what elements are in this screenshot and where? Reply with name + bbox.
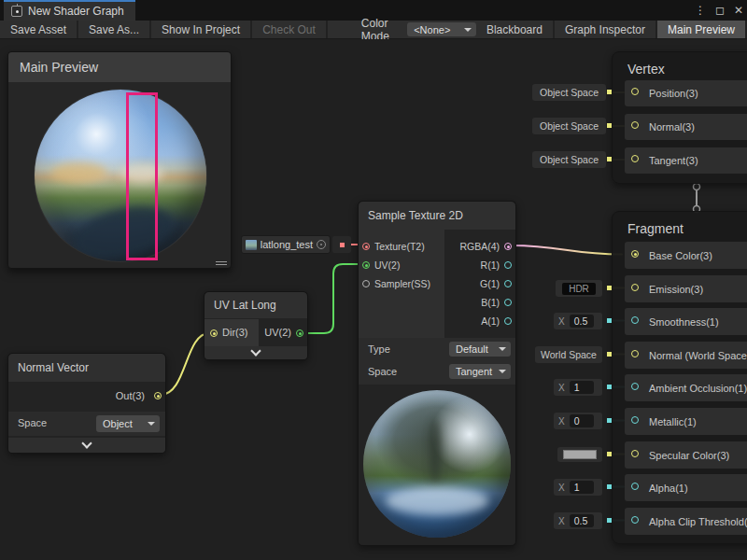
fragment-row-alpha[interactable]: Alpha(1) bbox=[625, 474, 747, 501]
main-preview-header[interactable]: Main Preview bbox=[8, 52, 231, 82]
uv-lat-long-title: UV Lat Long bbox=[204, 292, 307, 318]
main-preview-title: Main Preview bbox=[20, 60, 98, 75]
normal-port[interactable] bbox=[631, 121, 639, 129]
resize-handle[interactable] bbox=[216, 261, 227, 265]
reflection-houses bbox=[51, 162, 107, 183]
property-output-connector[interactable] bbox=[332, 236, 351, 253]
fragment-row-specular-color[interactable]: Specular Color(3) bbox=[625, 441, 747, 469]
space-label: Space bbox=[18, 417, 47, 428]
output-g[interactable]: G(1) bbox=[443, 274, 515, 293]
sampler-input-port[interactable] bbox=[362, 280, 370, 287]
specular-color-port[interactable] bbox=[631, 450, 639, 457]
output-a[interactable]: A(1) bbox=[443, 312, 515, 330]
main-preview-body bbox=[8, 82, 231, 268]
uv-output-slot[interactable]: UV(2) bbox=[257, 319, 307, 347]
sample-texture-2d-node[interactable]: Sample Texture 2D Texture(T2) UV(2) Samp… bbox=[358, 201, 516, 546]
normal-ws-port[interactable] bbox=[631, 350, 639, 357]
connector-dot bbox=[607, 385, 612, 389]
preview-sphere bbox=[35, 90, 206, 261]
emission-hdr-field[interactable]: HDR bbox=[556, 280, 602, 297]
out-label: Out(3) bbox=[116, 382, 145, 410]
metallic-value-field[interactable]: X 0 bbox=[554, 413, 602, 429]
output-rgba[interactable]: RGBA(4) bbox=[443, 237, 515, 256]
uv-output-port[interactable] bbox=[296, 329, 303, 337]
base-color-port[interactable] bbox=[631, 250, 639, 258]
tangent-space-dropdown[interactable]: Object Space bbox=[532, 151, 606, 168]
connector-dot bbox=[607, 157, 612, 161]
metallic-port[interactable] bbox=[631, 416, 639, 424]
alpha-value-field[interactable]: X 1 bbox=[554, 479, 602, 496]
uv-lat-long-node[interactable]: UV Lat Long Dir(3) UV(2) bbox=[204, 291, 308, 360]
vertex-node[interactable]: Vertex Position(3) Normal(3) Tangent(3) bbox=[612, 51, 747, 184]
collapse-chevron[interactable] bbox=[8, 438, 165, 453]
fragment-row-base-color[interactable]: Base Color(3) bbox=[625, 242, 747, 269]
vertex-row-position[interactable]: Position(3) bbox=[625, 80, 747, 106]
b-output-port[interactable] bbox=[504, 299, 512, 306]
sample-texture-inputs: Texture(T2) UV(2) Sampler(SS) bbox=[359, 230, 444, 338]
space-dropdown-normal-vector[interactable]: Object bbox=[96, 415, 160, 432]
connector-dot bbox=[607, 418, 612, 423]
connector-dot bbox=[607, 452, 612, 456]
uv-input-port[interactable] bbox=[362, 261, 370, 269]
dir-input-slot[interactable]: Dir(3) bbox=[204, 319, 259, 347]
fragment-row-smoothness[interactable]: Smoothness(1) bbox=[625, 308, 747, 335]
fragment-row-emission[interactable]: Emission(3) bbox=[625, 275, 747, 302]
main-preview-window[interactable]: Main Preview bbox=[7, 51, 232, 269]
fragment-node[interactable]: Fragment Base Color(3) Emission(3) Smoot… bbox=[612, 211, 747, 544]
g-output-port[interactable] bbox=[504, 280, 512, 287]
property-node-latlong-test[interactable]: latlong_test bbox=[241, 235, 331, 254]
out-port[interactable] bbox=[154, 392, 162, 399]
fragment-row-metallic[interactable]: Metallic(1) bbox=[625, 408, 747, 435]
texture-input-port[interactable] bbox=[362, 243, 370, 250]
a-output-port[interactable] bbox=[504, 317, 512, 325]
position-space-dropdown[interactable]: Object Space bbox=[532, 84, 606, 101]
chevron-down-icon bbox=[81, 438, 92, 448]
connector-dot bbox=[607, 484, 612, 489]
specular-color-swatch[interactable] bbox=[557, 447, 602, 462]
r-output-port[interactable] bbox=[504, 261, 512, 269]
position-port[interactable] bbox=[631, 88, 639, 95]
connector-dot bbox=[607, 518, 612, 523]
input-uv[interactable]: UV(2) bbox=[359, 256, 444, 274]
connector-dot bbox=[607, 318, 612, 323]
connector-dot bbox=[607, 352, 612, 357]
ambient-occlusion-value-field[interactable]: X 1 bbox=[554, 379, 602, 396]
space-row: Space Object bbox=[8, 412, 165, 436]
color-swatch[interactable] bbox=[563, 450, 597, 459]
input-sampler[interactable]: Sampler(SS) bbox=[359, 274, 444, 293]
output-r[interactable]: R(1) bbox=[443, 256, 515, 274]
normal-space-dropdown[interactable]: Object Space bbox=[532, 118, 606, 134]
collapse-chevron[interactable] bbox=[204, 346, 307, 359]
dir-input-port[interactable] bbox=[210, 329, 218, 337]
sample-texture-preview bbox=[359, 385, 515, 545]
ambient-occlusion-port[interactable] bbox=[631, 383, 639, 390]
input-texture[interactable]: Texture(T2) bbox=[359, 237, 444, 256]
property-name: latlong_test bbox=[261, 239, 313, 250]
expand-preview-icon[interactable] bbox=[317, 240, 326, 249]
tangent-port[interactable] bbox=[631, 155, 639, 162]
alpha-clip-port[interactable] bbox=[631, 516, 639, 524]
sample-texture-title: Sample Texture 2D bbox=[359, 202, 515, 230]
output-b[interactable]: B(1) bbox=[443, 293, 515, 312]
connector-dot bbox=[607, 90, 612, 94]
vertex-row-tangent[interactable]: Tangent(3) bbox=[625, 147, 747, 174]
sample-texture-controls: Type Default Space Tangent bbox=[359, 338, 515, 385]
normal-vector-node[interactable]: Normal Vector Out(3) Space Object bbox=[7, 353, 166, 454]
fragment-row-ambient-occlusion[interactable]: Ambient Occlusion(1) bbox=[625, 374, 747, 401]
alpha-clip-value-field[interactable]: X 0.5 bbox=[554, 512, 602, 529]
vertex-row-normal[interactable]: Normal(3) bbox=[625, 114, 747, 140]
rgba-output-port[interactable] bbox=[504, 243, 512, 250]
type-label: Type bbox=[368, 343, 390, 355]
fragment-row-alpha-clip[interactable]: Alpha Clip Threshold(1) bbox=[625, 508, 747, 535]
pool-highlight bbox=[386, 487, 488, 515]
normal-space-dropdown-fragment[interactable]: World Space bbox=[535, 346, 602, 363]
space-dropdown[interactable]: Tangent bbox=[449, 364, 511, 379]
type-dropdown[interactable]: Default bbox=[449, 342, 511, 357]
smoothness-port[interactable] bbox=[631, 316, 639, 324]
connector-dot bbox=[340, 243, 345, 247]
alpha-port[interactable] bbox=[631, 483, 639, 490]
emission-port[interactable] bbox=[631, 284, 639, 291]
smoothness-value-field[interactable]: X 0.5 bbox=[554, 313, 602, 329]
chevron-down-icon bbox=[250, 345, 261, 356]
fragment-row-normal-ws[interactable]: Normal (World Space)(3) bbox=[625, 342, 747, 369]
